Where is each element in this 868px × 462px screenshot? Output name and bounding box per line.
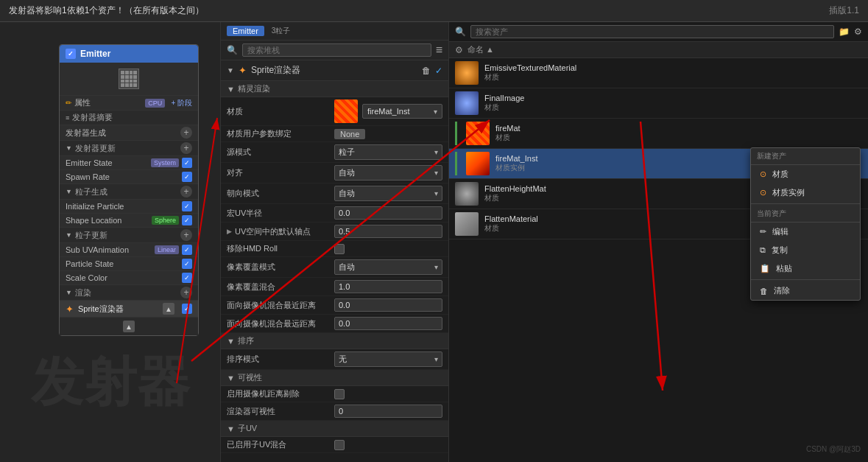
uv-pivot-input[interactable] (334, 225, 442, 238)
pixel-mode-dropdown[interactable]: 自动 ▾ (334, 259, 442, 275)
scale-color-label: Scale Color (66, 273, 179, 282)
asset-search-input[interactable] (470, 25, 834, 38)
properties-area: 材质 fireMat_Inst ▾ 材质用户参数绑定 None 源模式 (221, 97, 448, 462)
firematinst-green-bar (455, 152, 457, 175)
context-new-material-instance[interactable]: ⊙ 材质实例 (751, 183, 860, 202)
sprite-renderer-check[interactable]: ✓ (182, 304, 192, 314)
add-render-btn[interactable]: + (180, 287, 192, 298)
macro-uv-input[interactable] (334, 206, 442, 220)
hmd-roll-checkbox[interactable] (334, 244, 345, 254)
right-panel: 🔍 📁 ⚙ ⚙ 命名 ▲ EmissiveTexturedMaterial 材质 (449, 22, 868, 462)
init-particle-check[interactable]: ✓ (182, 201, 192, 211)
subuv-triangle: ▼ (227, 424, 235, 433)
context-duplicate-icon: ⧉ (760, 245, 766, 255)
row-sub-uv[interactable]: Sub UVAnimation Linear ✓ (60, 243, 198, 257)
section-emitter-update: ▼ 发射器更新 + (60, 141, 198, 156)
sprite-section-triangle: ▼ (227, 66, 234, 74)
section-particle-gen: ▼ 粒子生成 + (60, 184, 198, 200)
asset-settings-icon[interactable]: ⚙ (854, 27, 862, 37)
emitter-check-icon[interactable]: ✓ (66, 49, 76, 59)
cam-near-input[interactable] (334, 298, 442, 312)
context-edit[interactable]: ✏ 编辑 (751, 223, 860, 241)
add-emitter-gen-btn[interactable]: + (180, 127, 192, 139)
row-spawn-rate[interactable]: Spawn Rate ✓ (60, 170, 198, 184)
hmd-roll-label: 移除HMD Roll (227, 243, 330, 254)
context-menu: 新建资产 ⊙ 材质 ⊙ 材质实例 当前资产 ✏ 编辑 (750, 147, 861, 301)
cam-far-label: 面向摄像机混合最远距离 (227, 318, 330, 329)
context-new-section: 新建资产 (751, 148, 860, 165)
add-particle-update-btn[interactable]: + (180, 229, 192, 241)
source-mode-dropdown[interactable]: 粒子 ▾ (334, 144, 442, 160)
property-row: ✏ 属性 CPU + 阶段 (60, 96, 198, 111)
context-duplicate[interactable]: ⧉ 复制 (751, 241, 860, 259)
prop-cam-cull: 启用摄像机距离剔除 (221, 386, 448, 402)
blue-check-icon[interactable]: ✓ (435, 66, 442, 76)
pixel-blend-input[interactable] (334, 280, 442, 293)
sub-uv-blend-checkbox[interactable] (334, 440, 345, 450)
sort-mode-dropdown[interactable]: 无 ▾ (334, 351, 442, 367)
asset-folder-icon[interactable]: 📁 (839, 27, 850, 37)
prop-align: 对齐 自动 ▾ (221, 163, 448, 183)
final-name: FinalImage (484, 94, 862, 102)
sprite-up-btn[interactable]: ▲ (163, 303, 174, 315)
row-emitter-state[interactable]: Emitter State System ✓ (60, 156, 198, 170)
emitter-state-check[interactable]: ✓ (182, 158, 192, 168)
shape-location-check[interactable]: ✓ (182, 215, 192, 225)
section-particle-gen-label: 粒子生成 (75, 186, 107, 197)
renderer-vis-input[interactable] (334, 405, 442, 418)
context-clear[interactable]: 🗑 清除 (751, 281, 860, 300)
stack-search-input[interactable] (242, 43, 431, 57)
align-label: 对齐 (227, 167, 330, 178)
material-binding-value: None (334, 130, 442, 139)
sort-mode-value: 无 (339, 354, 347, 365)
sub-uv-blend-label: 已启用子UV混合 (227, 439, 330, 450)
emitter-title: Emitter (80, 49, 110, 59)
material-dropdown[interactable]: fireMat_Inst ▾ (362, 104, 442, 119)
align-dropdown[interactable]: 自动 ▾ (334, 165, 442, 181)
row-particle-state[interactable]: Particle State ✓ (60, 257, 198, 271)
sort-section[interactable]: ▼ 排序 (221, 333, 448, 349)
context-new-material[interactable]: ⊙ 材质 (751, 165, 860, 183)
collapse-btn[interactable]: ▲ (123, 321, 135, 332)
add-emitter-update-btn[interactable]: + (180, 142, 192, 154)
renderer-vis-label: 渲染器可视性 (227, 406, 330, 417)
visibility-section[interactable]: ▼ 可视性 (221, 370, 448, 386)
sub-uv-label: Sub UVAnimation (66, 245, 152, 254)
row-init-particle[interactable]: Initialize Particle ✓ (60, 200, 198, 214)
asset-item-emissive[interactable]: EmissiveTexturedMaterial 材质 (449, 58, 868, 88)
row-sprite-renderer[interactable]: ✦ Sprite渲染器 ▲ ✓ (60, 301, 198, 318)
add-particle-gen-btn[interactable]: + (180, 186, 192, 197)
source-mode-value: 粒子 (339, 147, 355, 158)
asset-search-bar: 🔍 📁 ⚙ (449, 22, 868, 42)
property-label: 属性 (74, 97, 142, 108)
scale-color-check[interactable]: ✓ (182, 273, 192, 283)
sprite-render-subheader: ▼ 精灵渲染 (221, 81, 448, 97)
macro-uv-label: 宏UV半径 (227, 208, 330, 219)
context-clear-icon: 🗑 (760, 287, 768, 295)
row-scale-color[interactable]: Scale Color ✓ (60, 271, 198, 285)
facing-mode-dropdown[interactable]: 自动 ▾ (334, 186, 442, 201)
particle-state-check[interactable]: ✓ (182, 259, 192, 269)
trash-icon[interactable]: 🗑 (422, 66, 431, 76)
sub-uv-section[interactable]: ▼ 子UV (221, 421, 448, 437)
row-label: 发射器生成 (66, 127, 106, 139)
pixel-blend-label: 像素覆盖混合 (227, 281, 330, 293)
subheader-triangle: ▼ (227, 85, 235, 94)
cam-far-input[interactable] (334, 317, 442, 330)
row-emitter-gen[interactable]: 发射器生成 + (60, 125, 198, 141)
uv-pivot-expand[interactable]: ▶ (227, 228, 232, 235)
add-stage-btn[interactable]: + 阶段 (171, 98, 192, 108)
prop-cam-near: 面向摄像机混合最近距离 (221, 296, 448, 315)
row-shape-location[interactable]: Shape Location Sphere ✓ (60, 214, 198, 228)
asset-item-final[interactable]: FinalImage 材质 (449, 88, 868, 119)
spawn-rate-check[interactable]: ✓ (182, 172, 192, 182)
cam-cull-checkbox[interactable] (334, 389, 345, 399)
context-paste[interactable]: 📋 粘贴 (751, 259, 860, 278)
asset-item-firemat[interactable]: fireMat 材质 (449, 119, 868, 149)
sprite-renderer-section-header[interactable]: ▼ ✦ Sprite渲染器 🗑 ✓ (221, 60, 448, 81)
context-mat-inst-icon: ⊙ (760, 188, 766, 197)
triangle-down-icon: ▼ (66, 144, 72, 152)
sub-uv-check[interactable]: ✓ (182, 245, 192, 255)
filter-icon: ≡ (436, 43, 442, 57)
emissive-name: EmissiveTexturedMaterial (484, 63, 862, 72)
